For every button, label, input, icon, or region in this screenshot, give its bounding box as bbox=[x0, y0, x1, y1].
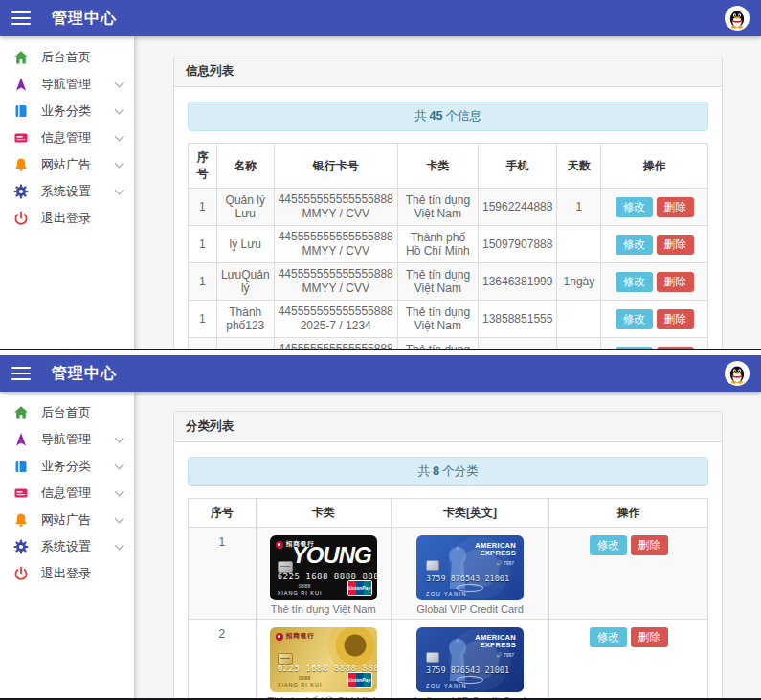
edit-button[interactable]: 修改 bbox=[616, 197, 653, 217]
qq-penguin-icon bbox=[727, 8, 748, 29]
edit-button[interactable]: 修改 bbox=[616, 347, 653, 350]
cell-seq: 1 bbox=[189, 189, 217, 226]
delete-button[interactable]: 删除 bbox=[631, 535, 668, 555]
category-table: 序号 卡类 卡类[英文] 操作 1 bbox=[188, 498, 708, 700]
delete-button[interactable]: 删除 bbox=[657, 347, 694, 350]
sidebar-item-navigation[interactable]: 导航管理 bbox=[0, 71, 134, 98]
delete-button[interactable]: 删除 bbox=[657, 235, 694, 255]
category-icon bbox=[13, 459, 29, 474]
sidebar-item-info[interactable]: 信息管理 bbox=[0, 124, 134, 151]
cell-type: Thẻ tín dụng Việt Nam bbox=[397, 301, 478, 338]
sidebar-item-settings[interactable]: 系统设置 bbox=[0, 533, 134, 560]
top-bar: 管理中心 bbox=[0, 355, 761, 392]
col-header-actions: 操作 bbox=[549, 499, 708, 528]
navigation-icon bbox=[13, 432, 29, 447]
sidebar-item-category[interactable]: 业务分类 bbox=[0, 98, 134, 124]
sidebar-item-navigation[interactable]: 导航管理 bbox=[0, 426, 134, 453]
edit-button[interactable]: 修改 bbox=[616, 272, 653, 292]
sidebar-item-label: 导航管理 bbox=[41, 431, 116, 448]
power-icon bbox=[13, 211, 29, 226]
info-table: 序号 名称 银行卡号 卡类 手机 天数 操作 bbox=[188, 143, 708, 349]
edit-button[interactable]: 修改 bbox=[616, 309, 653, 329]
gold-credit-card-image: 招商银行 6225 1688 8888 8888 08/88 XIANG RI … bbox=[270, 627, 377, 692]
bell-icon bbox=[13, 512, 29, 528]
user-avatar[interactable] bbox=[725, 361, 750, 386]
sidebar-item-label: 系统设置 bbox=[41, 538, 116, 555]
cell-card-en: AMERICANEXPRESS 🔊 7997 3759 876543 21001… bbox=[391, 528, 549, 620]
chevron-down-icon bbox=[115, 79, 124, 88]
cell-days: 1ngày bbox=[557, 263, 601, 301]
cell-card: 445555555555555888MMYY / CVV bbox=[274, 263, 397, 301]
sidebar-item-label: 退出登录 bbox=[41, 565, 123, 582]
sidebar-item-label: 导航管理 bbox=[41, 76, 116, 93]
cell-days bbox=[557, 226, 601, 263]
cell-name: lý Lưu bbox=[216, 226, 274, 263]
table-row: 1 lý Lưu 445555555555555888MMYY / CVV Th… bbox=[189, 226, 708, 263]
cell-days bbox=[557, 301, 601, 338]
screenshot-divider bbox=[0, 349, 761, 355]
cmb-bank-logo bbox=[276, 541, 283, 549]
category-list-panel: 分类列表 共8个分类 序号 卡类 卡类[英文] 操作 bbox=[173, 411, 723, 700]
col-header-type-en: 卡类[英文] bbox=[391, 499, 549, 528]
user-avatar[interactable] bbox=[725, 6, 750, 31]
amex-credit-card-image: AMERICANEXPRESS 🔊 7997 3759 876543 21001… bbox=[416, 535, 524, 600]
cell-type: Thẻ tín dụng Việt Nam bbox=[397, 338, 478, 350]
sidebar-item-ads[interactable]: 网站广告 bbox=[0, 151, 134, 178]
cell-name: Thành phố123 bbox=[216, 301, 274, 338]
sidebar-item-label: 业务分类 bbox=[41, 458, 116, 475]
card-caption: Thành phố Hồ Chí Minh bbox=[267, 695, 379, 700]
app-title: 管理中心 bbox=[52, 364, 117, 384]
sidebar-item-label: 后台首页 bbox=[41, 404, 123, 421]
sidebar-item-logout[interactable]: 退出登录 bbox=[0, 560, 134, 587]
table-header-row: 序号 名称 银行卡号 卡类 手机 天数 操作 bbox=[189, 144, 708, 189]
cell-seq: 2 bbox=[189, 620, 257, 700]
amex-credit-card-image: AMERICANEXPRESS 🔊 7997 3759 876543 21001… bbox=[416, 627, 524, 692]
cell-phone: 13858851555 bbox=[479, 301, 557, 338]
menu-toggle-icon[interactable] bbox=[11, 367, 31, 380]
info-list-panel: 信息列表 共45个信息 序号 名称 银行卡号 卡类 手 bbox=[173, 56, 723, 349]
delete-button[interactable]: 删除 bbox=[657, 197, 694, 217]
sidebar-item-label: 业务分类 bbox=[41, 102, 116, 120]
chevron-down-icon bbox=[115, 514, 124, 524]
info-card-icon bbox=[13, 130, 29, 146]
main-content: 信息列表 共45个信息 序号 名称 银行卡号 卡类 手 bbox=[134, 36, 761, 349]
col-header-type-cn: 卡类 bbox=[256, 499, 391, 528]
cell-actions: 修改删除 bbox=[549, 620, 708, 700]
sidebar-item-logout[interactable]: 退出登录 bbox=[0, 205, 134, 232]
panel-title: 分类列表 bbox=[174, 412, 722, 442]
sidebar-item-label: 系统设置 bbox=[41, 183, 116, 200]
admin-screen-info-list: 管理中心 后台首页 bbox=[0, 0, 761, 349]
delete-button[interactable]: 删除 bbox=[631, 627, 668, 647]
cell-seq: 1 bbox=[189, 528, 257, 620]
sidebar-item-category[interactable]: 业务分类 bbox=[0, 453, 134, 480]
sidebar: 后台首页 导航管理 业务分类 信息管理 bbox=[0, 392, 134, 700]
table-row: 2 招商银行 6225 1688 8888 8888 bbox=[189, 620, 708, 700]
sidebar-item-settings[interactable]: 系统设置 bbox=[0, 178, 134, 205]
cell-name: LưuQuản lý bbox=[216, 263, 274, 301]
sidebar-item-home[interactable]: 后台首页 bbox=[0, 44, 134, 71]
home-icon bbox=[13, 50, 29, 65]
cell-actions: 修改删除 bbox=[601, 301, 708, 338]
card-chip bbox=[426, 560, 439, 571]
page: 管理中心 后台首页 bbox=[0, 0, 761, 700]
menu-toggle-icon[interactable] bbox=[11, 11, 31, 25]
cell-card: 445555555555555888MMYY / CVV bbox=[274, 226, 397, 263]
edit-button[interactable]: 修改 bbox=[590, 627, 627, 647]
sidebar-item-info[interactable]: 信息管理 bbox=[0, 480, 134, 507]
chevron-down-icon bbox=[115, 487, 124, 497]
card-chip bbox=[426, 652, 439, 663]
col-header-card: 银行卡号 bbox=[274, 144, 397, 189]
sidebar-item-ads[interactable]: 网站广告 bbox=[0, 507, 134, 533]
delete-button[interactable]: 删除 bbox=[657, 272, 694, 292]
sidebar-item-home[interactable]: 后台首页 bbox=[0, 399, 134, 426]
delete-button[interactable]: 删除 bbox=[657, 309, 694, 329]
top-bar: 管理中心 bbox=[0, 0, 761, 36]
cell-seq: 1 bbox=[189, 301, 217, 338]
edit-button[interactable]: 修改 bbox=[590, 535, 627, 555]
panel-title: 信息列表 bbox=[174, 56, 722, 87]
summary-alert: 共8个分类 bbox=[188, 457, 708, 486]
edit-button[interactable]: 修改 bbox=[616, 235, 653, 255]
cell-actions: 修改删除 bbox=[601, 226, 708, 263]
chevron-down-icon bbox=[115, 541, 124, 551]
young-credit-card-image: 招商银行 YOUNG 6225 1688 8888 8888 08/88 XIA… bbox=[270, 535, 377, 600]
